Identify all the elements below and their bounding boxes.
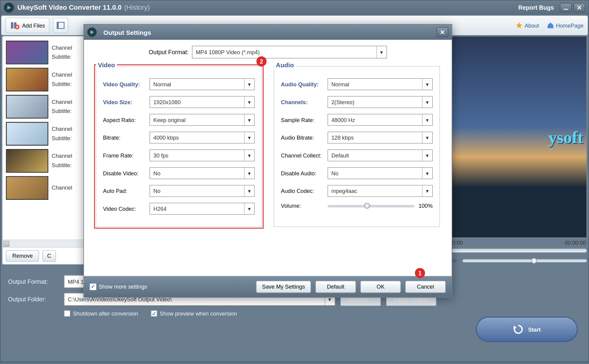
chevron-down-icon: ▾ <box>244 168 254 179</box>
volume-label: Volume: <box>281 203 328 209</box>
add-icon <box>10 21 20 30</box>
audio-label-2: Sample Rate: <box>281 117 328 123</box>
cancel-button[interactable]: Cancel <box>405 280 446 293</box>
minimize-button[interactable] <box>560 3 572 12</box>
video-legend: Video <box>96 61 117 69</box>
video-value-5: No <box>153 170 160 176</box>
audio-combo-0[interactable]: Normal▾ <box>328 78 433 90</box>
shutdown-checkbox[interactable]: Shutdown after conversion <box>64 310 138 317</box>
video-label-7: Video Codec: <box>103 206 150 212</box>
preview-panel: ysoft 0:00 00:00:00 <box>451 36 587 265</box>
preview-image: ysoft <box>451 36 587 238</box>
titlebar: UkeySoft Video Converter 11.0.0 (History… <box>0 0 588 15</box>
output-folder-label: Output Folder: <box>8 296 59 303</box>
chevron-down-icon: ▾ <box>244 185 254 196</box>
video-combo-2[interactable]: Keep original▾ <box>149 114 255 126</box>
thumbnail <box>6 68 49 91</box>
thumbnail <box>6 122 49 146</box>
video-value-7: H264 <box>153 206 166 212</box>
audio-combo-4[interactable]: Default▾ <box>328 149 433 161</box>
audio-value-6: mpeg4aac <box>331 188 357 194</box>
close-button[interactable] <box>573 3 585 12</box>
time-total: 00:00:00 <box>565 240 586 246</box>
start-label: Start <box>528 326 540 333</box>
video-combo-7[interactable]: H264▾ <box>149 203 255 215</box>
audio-value-1: 2(Stereo) <box>331 99 354 105</box>
video-combo-4[interactable]: 30 fps▾ <box>149 149 255 161</box>
svg-marker-0 <box>7 6 11 10</box>
app-subtitle: (History) <box>124 4 150 12</box>
video-value-4: 30 fps <box>153 152 169 159</box>
chevron-down-icon: ▾ <box>422 79 432 90</box>
thumbnail <box>6 149 49 173</box>
audio-value-2: 48000 Hz <box>331 117 355 123</box>
star-icon <box>515 22 523 29</box>
video-combo-6[interactable]: No▾ <box>149 185 255 197</box>
dlg-output-format-label: Output Format: <box>149 49 189 55</box>
save-settings-button[interactable]: Save My Settings <box>256 280 311 293</box>
video-value-1: 1920x1080 <box>153 99 181 105</box>
app-icon <box>4 2 14 13</box>
video-label-3: Bitrate: <box>103 134 150 141</box>
thumbnail <box>6 95 49 118</box>
show-more-checkbox[interactable]: Show more settings <box>90 283 147 290</box>
audio-label-4: Channel Collect: <box>281 152 328 159</box>
audio-value-4: Default <box>331 152 349 159</box>
audio-combo-5[interactable]: No▾ <box>328 167 433 179</box>
seek-slider[interactable] <box>451 249 587 253</box>
video-combo-5[interactable]: No▾ <box>149 167 255 179</box>
audio-value-5: No <box>331 170 338 176</box>
chevron-down-icon: ▾ <box>422 185 432 196</box>
main-window: UkeySoft Video Converter 11.0.0 (History… <box>0 0 589 362</box>
volume-slider[interactable] <box>462 259 587 263</box>
video-label-4: Frame Rate: <box>103 152 150 159</box>
video-label-1: Video Size: <box>103 99 150 105</box>
svg-rect-6 <box>57 22 59 29</box>
video-combo-3[interactable]: 4000 kbps▾ <box>149 132 255 144</box>
dlg-volume-slider[interactable] <box>328 205 414 207</box>
audio-combo-2[interactable]: 48000 Hz▾ <box>328 114 433 126</box>
about-label: About <box>525 22 539 28</box>
ok-button[interactable]: OK <box>360 280 401 293</box>
preview-checkbox[interactable]: Show preview when conversion <box>151 310 237 317</box>
video-combo-1[interactable]: 1920x1080▾ <box>149 96 255 108</box>
start-button[interactable]: Start <box>476 317 578 342</box>
chevron-down-icon: ▾ <box>422 114 432 125</box>
audio-combo-3[interactable]: 128 kbps▾ <box>328 132 433 144</box>
svg-marker-7 <box>516 22 522 28</box>
chevron-down-icon: ▾ <box>244 79 254 90</box>
audio-combo-1[interactable]: 2(Stereo)▾ <box>328 96 433 108</box>
add-files-button[interactable]: Add Files <box>5 18 50 33</box>
volume-icon[interactable] <box>451 257 459 265</box>
volume-percent: 100% <box>419 203 433 209</box>
thumbnail <box>6 41 49 64</box>
toolbar-button-2[interactable] <box>53 18 68 33</box>
default-button[interactable]: Default <box>315 280 356 293</box>
video-value-2: Keep original <box>153 117 186 123</box>
report-bugs-link[interactable]: Report Bugs <box>518 4 554 11</box>
video-value-3: 4000 kbps <box>153 134 179 141</box>
video-label-2: Aspect Ratio: <box>103 117 150 123</box>
output-settings-dialog: Output Settings Output Format: MP4 1080P… <box>83 24 452 298</box>
dialog-close-button[interactable] <box>437 27 448 37</box>
video-label-0: Video Quality: <box>103 81 150 88</box>
add-files-label: Add Files <box>22 22 45 28</box>
chevron-down-icon: ▾ <box>244 150 254 161</box>
chevron-down-icon: ▾ <box>244 97 254 108</box>
video-combo-0[interactable]: Normal▾ <box>149 78 255 90</box>
audio-label-6: Audio Codec: <box>281 188 328 194</box>
time-current: 0:00 <box>452 240 463 246</box>
video-label-5: Disable Video: <box>103 170 150 176</box>
video-fieldset: 2 Video Video Quality:Normal▾Video Size:… <box>96 66 262 227</box>
homepage-link[interactable]: HomePage <box>547 22 584 29</box>
remove-button[interactable]: Remove <box>6 250 39 262</box>
chevron-down-icon: ▾ <box>422 150 432 161</box>
c-button[interactable]: C <box>42 250 56 262</box>
chevron-down-icon: ▾ <box>244 203 254 214</box>
annotation-badge-1: 1 <box>415 268 425 278</box>
output-format-label: Output Format: <box>8 278 59 285</box>
about-link[interactable]: About <box>515 22 539 29</box>
audio-combo-6[interactable]: mpeg4aac▾ <box>328 185 433 197</box>
video-label-6: Auto Pad: <box>103 188 150 194</box>
dlg-output-format-combo[interactable]: MP4 1080P Video (*.mp4) ▾ <box>192 46 387 58</box>
